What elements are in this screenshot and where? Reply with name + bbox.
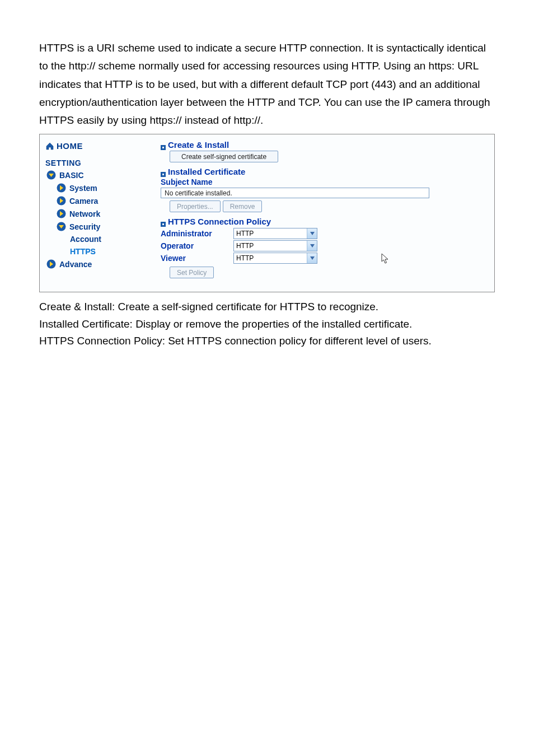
properties-button[interactable]: Properties... [170, 200, 221, 212]
system-label: System [69, 184, 97, 193]
sidebar-item-home[interactable]: HOME [44, 139, 157, 156]
policy-title: HTTPS Connection Policy [168, 217, 271, 226]
content-panel: Create & Install Create self-signed cert… [157, 134, 494, 292]
chevron-right-icon [57, 196, 66, 206]
sidebar-item-network[interactable]: Network [44, 207, 157, 220]
setting-heading: SETTING [44, 156, 157, 169]
viewer-select[interactable]: HTTP [233, 253, 317, 264]
policy-row-viewer: Viewer HTTP [161, 252, 488, 264]
sidebar: HOME SETTING BASIC System Camera [40, 134, 157, 292]
home-icon [45, 142, 54, 150]
create-install-title: Create & Install [168, 140, 229, 150]
policy-row-operator: Operator HTTP [161, 240, 488, 252]
viewer-label: Viewer [161, 254, 233, 263]
network-label: Network [69, 209, 100, 218]
advance-label: Advance [59, 260, 92, 269]
certificate-value: No certificate installed. [161, 188, 429, 198]
bullet-icon [161, 219, 166, 224]
subject-name-label: Subject Name [161, 178, 488, 186]
sidebar-item-account[interactable]: Account [44, 233, 157, 245]
installed-cert-title: Installed Certificate [168, 167, 245, 176]
operator-select[interactable]: HTTP [233, 240, 317, 251]
chevron-right-icon [57, 183, 66, 193]
svg-rect-7 [162, 147, 164, 148]
sidebar-item-advance[interactable]: Advance [44, 258, 157, 270]
svg-rect-11 [162, 223, 164, 225]
chevron-down-icon [46, 170, 56, 180]
note-installed-cert: Installed Certificate: Display or remove… [39, 316, 495, 333]
bullet-icon [161, 169, 166, 174]
chevron-down-icon [307, 241, 317, 251]
chevron-down-icon [307, 228, 317, 239]
basic-label: BASIC [59, 171, 84, 180]
policy-grid: Administrator HTTP Operator HTTP [161, 227, 488, 264]
viewer-select-value: HTTP [236, 254, 254, 262]
chevron-down-icon [57, 222, 66, 231]
home-label: HOME [57, 141, 83, 151]
admin-select[interactable]: HTTP [233, 228, 317, 239]
account-label: Account [70, 235, 101, 244]
create-certificate-button[interactable]: Create self-signed certificate [170, 151, 278, 162]
policy-heading: HTTPS Connection Policy [161, 217, 488, 226]
app-window: HOME SETTING BASIC System Camera [39, 134, 495, 292]
sidebar-item-https[interactable]: HTTPS [44, 245, 157, 258]
svg-rect-9 [162, 174, 164, 175]
policy-row-admin: Administrator HTTP [161, 227, 488, 240]
sidebar-item-security[interactable]: Security [44, 220, 157, 233]
admin-label: Administrator [161, 229, 233, 238]
note-policy: HTTPS Connection Policy: Set HTTPS conne… [39, 333, 495, 349]
chevron-right-icon [57, 209, 66, 218]
sidebar-item-basic[interactable]: BASIC [44, 169, 157, 181]
camera-label: Camera [69, 197, 98, 206]
chevron-down-icon [307, 253, 317, 263]
set-policy-button[interactable]: Set Policy [170, 267, 214, 278]
installed-cert-heading: Installed Certificate [161, 167, 488, 176]
bullet-icon [161, 142, 166, 147]
note-create-install: Create & Install: Create a self-signed c… [39, 299, 495, 315]
security-label: Security [69, 222, 100, 231]
intro-paragraph: HTTPS is a URI scheme used to indicate a… [39, 39, 495, 129]
sidebar-item-system[interactable]: System [44, 181, 157, 194]
operator-label: Operator [161, 241, 233, 250]
https-label: HTTPS [70, 247, 96, 256]
operator-select-value: HTTP [236, 242, 254, 250]
sidebar-item-camera[interactable]: Camera [44, 194, 157, 207]
create-install-heading: Create & Install [161, 140, 488, 150]
chevron-right-icon [46, 259, 56, 269]
cursor-icon [381, 253, 390, 267]
admin-select-value: HTTP [236, 230, 254, 237]
remove-button[interactable]: Remove [223, 200, 263, 212]
